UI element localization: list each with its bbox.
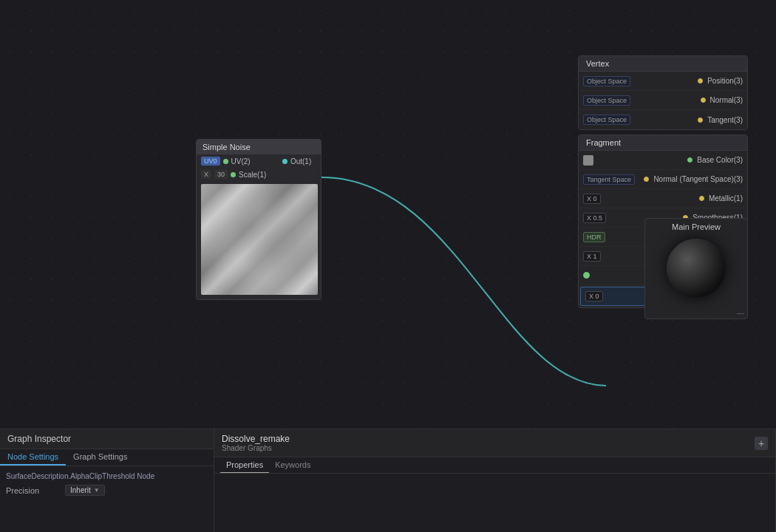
out-port-label: Out(1) [290, 157, 311, 166]
fragment-title: Fragment [579, 135, 747, 151]
main-preview-panel: Main Preview — [644, 218, 748, 319]
frag-metallic-port [699, 196, 704, 201]
precision-dropdown-arrow: ▼ [94, 487, 100, 494]
add-button[interactable]: + [755, 437, 768, 450]
scale-port-dot [231, 172, 236, 177]
frag-ao-badge: X 1 [583, 251, 601, 262]
vertex-normal-row: Object Space Normal(3) [579, 91, 747, 110]
inspector-tabs: Node Settings Graph Settings [0, 449, 214, 466]
graph-inspector: Graph Inspector Node Settings Graph Sett… [0, 429, 214, 532]
port-uv-row: UV0 UV(2) Out(1) [197, 154, 321, 168]
basecolor-port [687, 157, 692, 163]
out-port-dot [282, 159, 287, 164]
tab-graph-settings[interactable]: Graph Settings [66, 449, 135, 466]
vertex-position-row: Object Space Position(3) [579, 72, 747, 91]
inspector-content: SurfaceDescription.AlphaClipThreshold No… [0, 466, 214, 502]
frag-normal-row: Tangent Space Normal (Tangent Space)(3) [579, 170, 747, 189]
basecolor-swatch[interactable] [583, 155, 593, 166]
precision-row: Precision Inherit ▼ [6, 482, 208, 499]
uv-badge[interactable]: UV0 [201, 157, 220, 166]
vertex-tan-label: Object Space [583, 115, 630, 125]
frag-normal-field: Normal (Tangent Space)(3) [653, 175, 743, 183]
vertex-tangent-row: Object Space Tangent(3) [579, 110, 747, 129]
vertex-pos-label: Object Space [583, 76, 630, 86]
preview-sphere [667, 239, 726, 298]
vertex-tan-field: Tangent(3) [707, 116, 743, 124]
graph-inspector-title: Graph Inspector [0, 429, 214, 449]
main-preview-title: Main Preview [645, 219, 747, 235]
canvas-area: Simple Noise UV0 UV(2) Out(1) X 30 Scale… [0, 0, 776, 429]
dissolve-subtitle: Shader Graphs [222, 444, 290, 452]
frag-metallic-field: Metallic(1) [709, 194, 743, 202]
preview-sphere-container [652, 235, 741, 301]
precision-label: Precision [6, 486, 65, 495]
frag-metallic-badge: X 0 [583, 194, 601, 204]
dissolve-sub-tabs: Properties Keywords [214, 457, 775, 474]
uv-port-dot [223, 159, 228, 164]
frag-alpha-dot [583, 272, 590, 279]
simple-noise-node[interactable]: Simple Noise UV0 UV(2) Out(1) X 30 Scale… [196, 139, 321, 300]
subtab-keywords[interactable]: Keywords [269, 457, 316, 473]
bottom-panel: Graph Inspector Node Settings Graph Sett… [0, 429, 776, 532]
frag-hdr-badge: HDR [583, 232, 605, 242]
vertex-title: Vertex [579, 56, 747, 72]
dissolve-panel: Dissolve_remake Shader Graphs + Properti… [214, 429, 776, 532]
noise-overlay [201, 184, 318, 295]
vertex-section: Vertex Object Space Position(3) Object S… [578, 55, 748, 130]
port-scale-row: X 30 Scale(1) [197, 168, 321, 181]
vertex-pos-field: Position(3) [707, 77, 743, 85]
frag-metallic-row: X 0 Metallic(1) [579, 189, 747, 208]
frag-alphaclip-badge: X 0 [585, 291, 603, 301]
frag-basecolor-row: Base Color(3) [579, 151, 747, 170]
scale-val-badge[interactable]: 30 [214, 170, 228, 179]
vertex-norm-label: Object Space [583, 95, 630, 106]
tab-node-settings[interactable]: Node Settings [0, 449, 66, 466]
vertex-tan-port [698, 117, 703, 123]
dissolve-title: Dissolve_remake [222, 434, 290, 444]
uv-port-label: UV(2) [231, 157, 251, 166]
subtab-properties[interactable]: Properties [220, 457, 269, 473]
node-description: SurfaceDescription.AlphaClipThreshold No… [6, 469, 208, 482]
scale-port-label: Scale(1) [239, 171, 266, 179]
frag-normal-label: Tangent Space [583, 174, 635, 185]
vertex-pos-port [698, 78, 703, 83]
preview-controls: — [645, 307, 747, 318]
vertex-norm-port [701, 98, 706, 103]
frag-smooth-badge: X 0.5 [583, 213, 606, 223]
precision-value[interactable]: Inherit ▼ [65, 485, 105, 496]
frag-normal-port [644, 177, 649, 182]
simple-noise-title: Simple Noise [197, 140, 321, 154]
scale-x-badge: X [201, 170, 211, 179]
vertex-norm-field: Normal(3) [710, 96, 743, 104]
dissolve-header: Dissolve_remake Shader Graphs + [214, 429, 775, 457]
preview-collapse-btn[interactable]: — [737, 309, 744, 317]
noise-preview [201, 184, 318, 295]
basecolor-field: Base Color(3) [697, 156, 743, 164]
